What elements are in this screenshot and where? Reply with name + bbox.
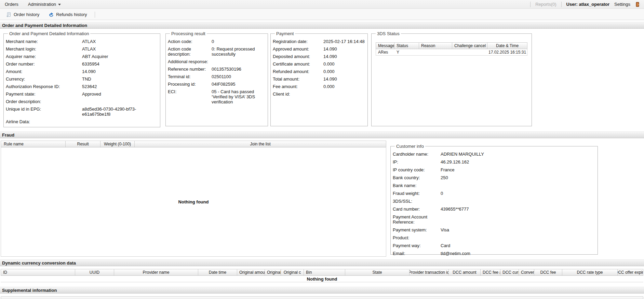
fraud-table-header: Rule name Result Weight (0-100) Join the… xyxy=(1,141,386,147)
column-header: DCC fee xyxy=(534,269,562,275)
column-header: Original c xyxy=(281,269,304,275)
field-value: 6335954 xyxy=(82,61,158,67)
field-value: ADRIEN MARQUILLY xyxy=(441,152,595,157)
field-label: Terminal id: xyxy=(168,74,212,79)
fraud-empty-state: Nothing found xyxy=(1,147,386,257)
field-row: Currency: TND xyxy=(6,76,158,82)
field-value: TND xyxy=(82,76,158,82)
column-header: DCC amount xyxy=(449,269,481,275)
column-header: Reason xyxy=(419,43,452,49)
field-row: Bank country: 250 xyxy=(393,175,595,180)
field-value: a8d5ed36-0730-4290-bf73-e61a675be1f8 xyxy=(82,106,158,117)
column-header: ID xyxy=(1,269,75,275)
field-value: 05 - Card has passed ‘Verified by VISA’ … xyxy=(212,89,266,104)
column-header: Provider transaction id xyxy=(410,269,449,275)
field-label: Fee amount: xyxy=(273,84,323,89)
table-cell: Y xyxy=(394,49,419,55)
menubar: Orders Administration Reports(0) User: a… xyxy=(0,0,644,9)
fraud-section-title: Fraud xyxy=(2,132,14,138)
field-value: 0.000 xyxy=(323,61,365,67)
menu-settings[interactable]: Settings xyxy=(614,2,630,7)
threeds-table-row: ARes Y 17.02.2025 16:15:31 xyxy=(376,49,527,56)
field-row: IP country code: France xyxy=(393,167,595,172)
field-row: Terminal id: 02501100 xyxy=(168,74,266,79)
processing-result-fieldset: Processing result Action code: 0 Action … xyxy=(165,31,268,126)
field-row: Processing id: 04IF082595 xyxy=(168,82,266,87)
processing-result-rows: Action code: 0 Action code description: … xyxy=(168,39,266,104)
payment-legend: Payment xyxy=(275,31,295,36)
toolbar: Order history Refunds history xyxy=(0,9,644,20)
field-label: Total amount: xyxy=(273,76,323,82)
dcc-section-bar: Dynamic currency conversion data xyxy=(0,259,644,266)
column-header: Rule name xyxy=(1,141,66,147)
menu-orders-label: Orders xyxy=(5,2,18,7)
order-info-fieldset: Order and Payment Detailed Information M… xyxy=(3,31,160,127)
column-header: DCC offer expiry xyxy=(618,269,643,275)
field-row: Certificate amount: 0.000 xyxy=(273,61,365,67)
field-value: ABT Acquirer xyxy=(82,54,158,59)
field-label: Refunded amount: xyxy=(273,69,323,74)
field-row: Airline Data: xyxy=(6,119,158,124)
field-label: Amount: xyxy=(6,69,82,74)
field-value: 001357530196 xyxy=(212,67,266,72)
menubar-right: Reports(0) User: atlax_operator Settings xyxy=(530,2,644,7)
field-label: Approved amount: xyxy=(273,46,323,52)
field-row: Payment system: Visa xyxy=(393,227,595,232)
field-value: 14.090 xyxy=(82,69,158,74)
field-row: Approved amount: 14.090 xyxy=(273,46,365,52)
supplemental-section-title: Supplemental information xyxy=(2,288,57,293)
field-value: Approved xyxy=(82,91,158,97)
column-header: DCC fee amount xyxy=(481,269,500,275)
field-row: Order number: 6335954 xyxy=(6,61,158,67)
table-cell xyxy=(419,49,452,55)
column-header: Conversi xyxy=(519,269,534,275)
field-label: Additional response: xyxy=(168,59,212,64)
menu-orders[interactable]: Orders xyxy=(0,0,23,9)
order-detail-page: Orders Administration Reports(0) User: a… xyxy=(0,0,644,299)
menu-administration[interactable]: Administration xyxy=(23,0,66,9)
field-label: Order number: xyxy=(6,61,82,67)
field-value: France xyxy=(441,167,595,172)
column-header: Provider name xyxy=(114,269,198,275)
order-history-button[interactable]: Order history xyxy=(3,11,42,19)
field-label: Fraud weight: xyxy=(393,191,441,196)
menu-reports[interactable]: Reports(0) xyxy=(535,2,556,7)
column-header: Original amount xyxy=(237,269,265,275)
logout-door-icon[interactable] xyxy=(635,2,641,7)
field-row: Registration date: 2025-02-17 16:14:48 xyxy=(273,39,365,44)
field-value: 523642 xyxy=(82,84,158,89)
table-cell: ARes xyxy=(376,49,394,55)
field-row: Email: tld@netim.com xyxy=(393,251,595,256)
field-row: Payment way: Card xyxy=(393,243,595,248)
refunds-history-label: Refunds history xyxy=(56,12,87,17)
field-row: Action code: 0 xyxy=(168,39,266,44)
column-header: Challenge cancel xyxy=(452,43,487,49)
field-value xyxy=(323,91,365,97)
refunds-history-button[interactable]: Refunds history xyxy=(45,11,90,19)
field-value: 02501100 xyxy=(212,74,266,79)
column-header: State xyxy=(345,269,410,275)
column-header: Result xyxy=(66,141,100,147)
threeds-status-legend: 3DS Status xyxy=(376,31,401,36)
chevron-down-icon xyxy=(58,4,61,5)
column-header: Original f xyxy=(265,269,281,275)
field-row: IP: 46.29.126.162 xyxy=(393,159,595,165)
field-row: ECI: 05 - Card has passed ‘Verified by V… xyxy=(168,89,266,104)
field-value: 0 xyxy=(441,191,595,196)
field-row: Product: xyxy=(393,235,595,240)
field-label: Order description: xyxy=(6,99,82,104)
field-row: Card number: 439655**6777 xyxy=(393,207,595,212)
field-label: ECI: xyxy=(168,89,212,104)
field-label: Reference number: xyxy=(168,67,212,72)
field-label: Authorization Response ID: xyxy=(6,84,82,89)
field-value xyxy=(82,99,158,104)
customer-info-legend: Customer info xyxy=(395,144,425,149)
threeds-table-header: Message type Status Reason Challenge can… xyxy=(376,42,527,49)
field-row: Payment state: Approved xyxy=(6,91,158,97)
table-cell: 17.02.2025 16:15:31 xyxy=(487,49,527,55)
field-label: Email: xyxy=(393,251,441,256)
field-value: tld@netim.com xyxy=(441,251,595,256)
field-label: Cardholder name: xyxy=(393,152,441,157)
field-label: Bank name: xyxy=(393,183,441,188)
field-row: Client id: xyxy=(273,91,365,97)
